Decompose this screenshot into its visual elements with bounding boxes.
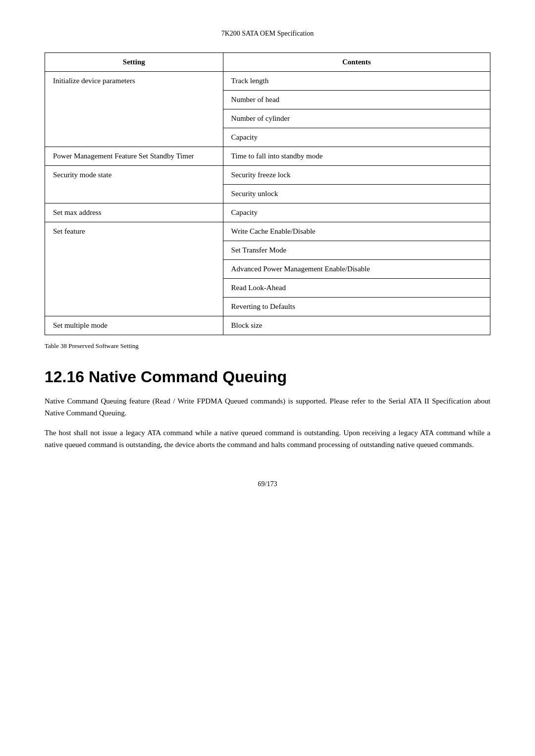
contents-cell: Track length (223, 72, 490, 91)
setting-cell: Set max address (45, 203, 223, 222)
contents-cell: Security freeze lock (223, 166, 490, 185)
contents-cell: Advanced Power Management Enable/Disable (223, 260, 490, 279)
page-footer: 69/173 (45, 480, 490, 488)
col-header-setting: Setting (45, 53, 223, 72)
contents-cell: Block size (223, 316, 490, 335)
contents-cell: Capacity (223, 128, 490, 147)
table-row: Set multiple modeBlock size (45, 316, 490, 335)
contents-cell: Number of head (223, 91, 490, 109)
contents-cell: Set Transfer Mode (223, 241, 490, 260)
contents-cell: Write Cache Enable/Disable (223, 222, 490, 241)
table-row: Security mode stateSecurity freeze lock (45, 166, 490, 185)
table-row: Set max addressCapacity (45, 203, 490, 222)
contents-cell: Security unlock (223, 185, 490, 203)
col-header-contents: Contents (223, 53, 490, 72)
setting-cell: Security mode state (45, 166, 223, 203)
body-paragraph-2: The host shall not issue a legacy ATA co… (45, 427, 490, 451)
table-caption: Table 38 Preserved Software Setting (45, 342, 490, 350)
table-row: Initialize device parametersTrack length (45, 72, 490, 91)
body-paragraph-1: Native Command Queuing feature (Read / W… (45, 395, 490, 419)
setting-cell: Initialize device parameters (45, 72, 223, 147)
settings-table: Setting Contents Initialize device param… (45, 52, 490, 335)
table-row: Power Management Feature Set Standby Tim… (45, 147, 490, 166)
setting-cell: Set multiple mode (45, 316, 223, 335)
contents-cell: Reverting to Defaults (223, 298, 490, 316)
setting-cell: Power Management Feature Set Standby Tim… (45, 147, 223, 166)
section-title: 12.16 Native Command Queuing (45, 368, 490, 386)
section-number: 12.16 (45, 368, 84, 386)
page-header: 7K200 SATA OEM Specification (45, 30, 490, 38)
setting-cell: Set feature (45, 222, 223, 316)
table-row: Set featureWrite Cache Enable/Disable (45, 222, 490, 241)
contents-cell: Read Look-Ahead (223, 279, 490, 298)
contents-cell: Capacity (223, 203, 490, 222)
contents-cell: Number of cylinder (223, 109, 490, 128)
contents-cell: Time to fall into standby mode (223, 147, 490, 166)
section-heading: Native Command Queuing (89, 368, 287, 386)
section-paragraphs: Native Command Queuing feature (Read / W… (45, 395, 490, 451)
